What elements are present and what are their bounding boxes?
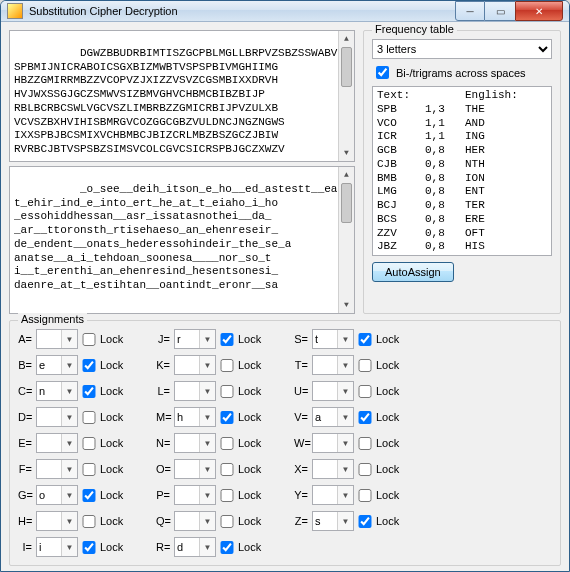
ciphertext-textbox[interactable]: DGWZBBUDRBIMTISZGCPBLMGLLBRPVZSBZSSWABVC… [9,30,355,162]
assign-combo-d[interactable]: ▼ [36,407,78,427]
lock-checkbox-x[interactable] [358,463,372,476]
bigrams-checkbox[interactable] [376,66,389,79]
lock-checkbox-k[interactable] [220,359,234,372]
chevron-down-icon[interactable]: ▼ [199,486,215,504]
assign-combo-j[interactable]: ▼ [174,329,216,349]
assign-input-x[interactable] [313,460,337,478]
assign-input-t[interactable] [313,356,337,374]
assign-input-s[interactable] [313,330,337,348]
assign-combo-p[interactable]: ▼ [174,485,216,505]
assign-input-g[interactable] [37,486,61,504]
lock-checkbox-n[interactable] [220,437,234,450]
assign-input-n[interactable] [175,434,199,452]
lock-checkbox-c[interactable] [82,385,96,398]
assign-input-m[interactable] [175,408,199,426]
lock-checkbox-o[interactable] [220,463,234,476]
scrollbar[interactable]: ▲ ▼ [338,31,354,161]
maximize-button[interactable]: ▭ [485,1,515,21]
assign-combo-m[interactable]: ▼ [174,407,216,427]
assign-combo-w[interactable]: ▼ [312,433,354,453]
lock-checkbox-t[interactable] [358,359,372,372]
frequency-table[interactable]: Text: English: SPB1,3THEVCO1,1ANDICR1,1I… [372,86,552,256]
assign-combo-g[interactable]: ▼ [36,485,78,505]
assign-input-w[interactable] [313,434,337,452]
freq-row[interactable]: BMB0,8ION [377,172,547,186]
lock-checkbox-l[interactable] [220,385,234,398]
assign-combo-l[interactable]: ▼ [174,381,216,401]
lock-checkbox-y[interactable] [358,489,372,502]
chevron-down-icon[interactable]: ▼ [61,408,77,426]
assign-input-a[interactable] [37,330,61,348]
assign-input-q[interactable] [175,512,199,530]
chevron-down-icon[interactable]: ▼ [199,408,215,426]
scroll-thumb[interactable] [341,183,352,223]
assign-input-o[interactable] [175,460,199,478]
assign-combo-r[interactable]: ▼ [174,537,216,557]
assign-combo-n[interactable]: ▼ [174,433,216,453]
lock-checkbox-h[interactable] [82,515,96,528]
assign-input-p[interactable] [175,486,199,504]
lock-checkbox-j[interactable] [220,333,234,346]
scroll-down-icon[interactable]: ▼ [339,297,354,313]
assign-combo-v[interactable]: ▼ [312,407,354,427]
assign-combo-h[interactable]: ▼ [36,511,78,531]
assign-input-c[interactable] [37,382,61,400]
chevron-down-icon[interactable]: ▼ [199,356,215,374]
lock-checkbox-q[interactable] [220,515,234,528]
scroll-up-icon[interactable]: ▲ [339,167,354,183]
chevron-down-icon[interactable]: ▼ [61,538,77,556]
freq-row[interactable]: JBZ0,8HIS [377,240,547,254]
assign-combo-i[interactable]: ▼ [36,537,78,557]
assign-combo-a[interactable]: ▼ [36,329,78,349]
assign-input-k[interactable] [175,356,199,374]
scrollbar[interactable]: ▲ ▼ [338,167,354,313]
lock-checkbox-d[interactable] [82,411,96,424]
freq-row[interactable]: ICR1,1ING [377,130,547,144]
minimize-button[interactable]: ─ [455,1,485,21]
chevron-down-icon[interactable]: ▼ [61,486,77,504]
lock-checkbox-a[interactable] [82,333,96,346]
assign-combo-o[interactable]: ▼ [174,459,216,479]
chevron-down-icon[interactable]: ▼ [61,356,77,374]
assign-combo-q[interactable]: ▼ [174,511,216,531]
assign-combo-b[interactable]: ▼ [36,355,78,375]
assign-input-v[interactable] [313,408,337,426]
chevron-down-icon[interactable]: ▼ [199,434,215,452]
scroll-up-icon[interactable]: ▲ [339,31,354,47]
assign-combo-c[interactable]: ▼ [36,381,78,401]
assign-input-i[interactable] [37,538,61,556]
chevron-down-icon[interactable]: ▼ [337,486,353,504]
assign-input-l[interactable] [175,382,199,400]
plaintext-textbox[interactable]: _o_see__deih_itson_e_ho__ed_astestt__ean… [9,166,355,314]
assign-combo-e[interactable]: ▼ [36,433,78,453]
lock-checkbox-z[interactable] [358,515,372,528]
freq-row[interactable]: ZZV0,8OFT [377,227,547,241]
autoassign-button[interactable]: AutoAssign [372,262,454,282]
scroll-thumb[interactable] [341,47,352,87]
lock-checkbox-i[interactable] [82,541,96,554]
chevron-down-icon[interactable]: ▼ [61,460,77,478]
assign-combo-s[interactable]: ▼ [312,329,354,349]
chevron-down-icon[interactable]: ▼ [61,512,77,530]
bigrams-checkbox-row[interactable]: Bi-/trigrams across spaces [372,63,552,82]
freq-row[interactable]: SPB1,3THE [377,103,547,117]
assign-input-r[interactable] [175,538,199,556]
freq-row[interactable]: RZZ0,8TIO [377,254,547,256]
lock-checkbox-g[interactable] [82,489,96,502]
chevron-down-icon[interactable]: ▼ [199,330,215,348]
chevron-down-icon[interactable]: ▼ [199,512,215,530]
assign-input-d[interactable] [37,408,61,426]
assign-input-j[interactable] [175,330,199,348]
assign-combo-y[interactable]: ▼ [312,485,354,505]
chevron-down-icon[interactable]: ▼ [337,356,353,374]
assign-input-h[interactable] [37,512,61,530]
assign-combo-t[interactable]: ▼ [312,355,354,375]
freq-row[interactable]: VCO1,1AND [377,117,547,131]
assign-input-y[interactable] [313,486,337,504]
chevron-down-icon[interactable]: ▼ [337,460,353,478]
assign-input-f[interactable] [37,460,61,478]
freq-row[interactable]: CJB0,8NTH [377,158,547,172]
chevron-down-icon[interactable]: ▼ [337,434,353,452]
assign-input-z[interactable] [313,512,337,530]
lock-checkbox-m[interactable] [220,411,234,424]
